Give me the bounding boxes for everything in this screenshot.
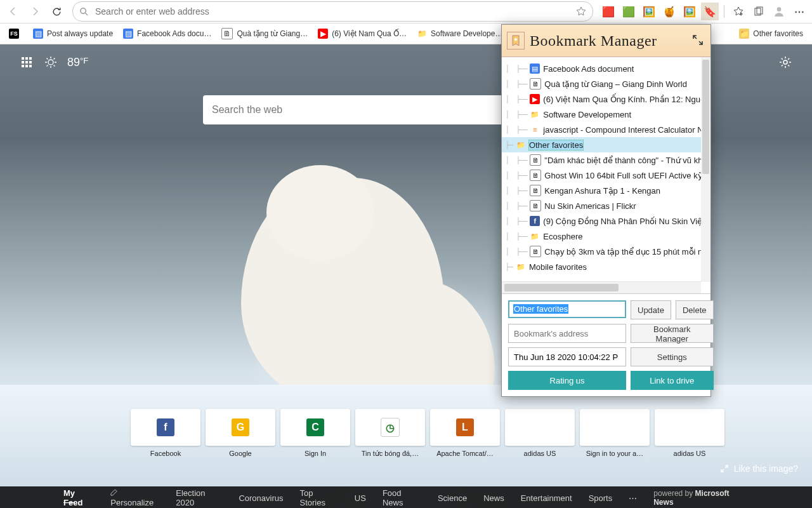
favorite-star-icon[interactable]: [576, 6, 586, 17]
refresh-button[interactable]: [47, 2, 66, 21]
svg-point-13: [48, 60, 53, 65]
extension-icon[interactable]: 🟩: [620, 3, 638, 20]
back-button[interactable]: [4, 2, 23, 21]
scrollbar-vertical[interactable]: [701, 57, 710, 282]
svg-rect-11: [25, 65, 28, 67]
svg-rect-12: [29, 65, 32, 67]
top-site-tile[interactable]: adidas US: [655, 409, 724, 460]
tree-row[interactable]: │ ├──🗎Chạy bộ 3km và tập thể dục 15 phút…: [502, 244, 710, 259]
feed-nav-item[interactable]: My Feed: [63, 488, 94, 507]
top-site-tile[interactable]: LApache Tomcat/…: [430, 409, 500, 460]
bookmark-manager-extension-icon[interactable]: 🔖: [701, 3, 719, 20]
feed-nav-item[interactable]: Sports: [589, 493, 613, 503]
scrollbar-thumb[interactable]: [702, 60, 709, 174]
tree-row[interactable]: │ ├──📁Ecosphere: [502, 229, 710, 244]
tree-row[interactable]: │ ├──f(9) Cộng Đồng Nhà Phân Phối Nu Ski…: [502, 213, 710, 229]
expand-icon[interactable]: [691, 34, 705, 48]
bookmark-manager-popup: Bookmark Manager │ ├──▤Facebook Ads docu…: [501, 24, 711, 397]
tree-label: Other favorites: [529, 140, 583, 150]
tree-row[interactable]: │ ├──▤Facebook Ads document: [502, 61, 710, 76]
bookmark-date-input[interactable]: [508, 347, 626, 366]
update-button[interactable]: Update: [631, 300, 671, 319]
address-bar[interactable]: [72, 1, 593, 22]
bookmark-manager-button[interactable]: Bookmark Manager: [631, 324, 714, 343]
tree-row[interactable]: ├─📁Other favorites: [502, 137, 710, 152]
feed-nav-item[interactable]: Coronavirus: [239, 493, 283, 503]
favorites-icon[interactable]: [730, 3, 747, 20]
page-settings-icon[interactable]: [778, 55, 793, 70]
search-icon: [79, 7, 89, 17]
tree-row[interactable]: │ ├──🗎Kengan Ashura Tập 1 - Kengan: [502, 183, 710, 198]
profile-icon[interactable]: [770, 3, 788, 20]
forward-button[interactable]: [25, 2, 44, 21]
tree-label: Chạy bộ 3km và tập thể dục 15 phút mỗi n…: [544, 247, 710, 257]
top-site-tile[interactable]: ◷Tin tức bóng đá,…: [355, 409, 425, 460]
delete-button[interactable]: Delete: [676, 300, 714, 319]
svg-rect-4: [22, 57, 24, 60]
bm-title: Bookmark Manager: [530, 32, 691, 50]
top-site-tile[interactable]: CSign In: [280, 409, 350, 460]
bookmark-item[interactable]: ▤Facebook Ads docu…: [118, 25, 216, 42]
tree-row[interactable]: │ ├──🗎Ghost Win 10 64bit Full soft UEFI …: [502, 168, 710, 183]
bookmark-label: Other favorites: [753, 29, 803, 38]
feed-nav-item[interactable]: News: [483, 493, 504, 503]
tree-row[interactable]: │ ├──▶(6) Việt Nam Qua Ống Kính. Phần 12…: [502, 91, 710, 107]
top-site-tile[interactable]: fFacebook: [131, 409, 200, 460]
tree-row[interactable]: │ ├──🗎Quà tặng từ Giang – Giang Dinh Wor…: [502, 76, 710, 91]
collections-icon[interactable]: [750, 3, 768, 20]
tree-row[interactable]: │ ├──📁Software Developement: [502, 107, 710, 122]
like-image-link[interactable]: Like this image?: [720, 464, 798, 474]
svg-point-14: [783, 60, 787, 64]
tree-label: javascript - Compound Interest Calculato…: [543, 125, 710, 135]
tree-label: Ecosphere: [543, 232, 582, 241]
feed-nav-item[interactable]: Food News: [383, 488, 421, 507]
bookmark-address-input[interactable]: [508, 324, 626, 343]
tree-row[interactable]: │ ├──≡javascript - Compound Interest Cal…: [502, 122, 710, 137]
extension-icon[interactable]: 🖼️: [681, 3, 698, 20]
scrollbar-horizontal[interactable]: [502, 281, 701, 293]
top-site-tile[interactable]: adidas US: [505, 409, 575, 460]
address-input[interactable]: [94, 6, 576, 17]
menu-button[interactable]: ⋯: [790, 3, 808, 20]
link-drive-button[interactable]: Link to drive: [631, 371, 714, 390]
tile-label: Sign In: [280, 450, 350, 457]
apps-icon[interactable]: [19, 55, 34, 70]
bm-tree[interactable]: │ ├──▤Facebook Ads document │ ├──🗎Quà tặ…: [502, 57, 710, 293]
extension-icon[interactable]: 🟥: [599, 3, 617, 20]
top-site-tile[interactable]: Sign in to your a…: [580, 409, 650, 460]
svg-rect-9: [29, 61, 32, 64]
scrollbar-thumb[interactable]: [504, 284, 619, 291]
temperature: 89°F: [67, 56, 88, 69]
settings-button[interactable]: Settings: [631, 347, 714, 366]
other-favorites[interactable]: 📁 Other favorites: [734, 25, 808, 42]
rating-button[interactable]: Rating us: [508, 371, 626, 390]
weather-icon[interactable]: [43, 55, 58, 70]
tree-row[interactable]: ├─📁Mobile favorites: [502, 259, 710, 274]
bookmark-item[interactable]: 📁Software Develope…: [412, 25, 508, 42]
tree-row[interactable]: │ ├──🗎Nu Skin Americas | Flickr: [502, 198, 710, 213]
feed-nav-item[interactable]: Entertainment: [521, 493, 572, 503]
extension-icon[interactable]: 🖼️: [640, 3, 658, 20]
top-site-tile[interactable]: GGoogle: [206, 409, 275, 460]
feed-nav-item[interactable]: Personalize: [110, 488, 159, 507]
bookmark-label: Software Develope…: [431, 29, 502, 38]
feed-nav-item[interactable]: Election 2020: [176, 488, 222, 507]
feed-nav-item[interactable]: Top Stories: [299, 488, 337, 507]
expand-icon: [720, 464, 729, 473]
tile-label: Sign in to your a…: [580, 450, 650, 457]
feed-nav-item[interactable]: Science: [438, 493, 467, 503]
svg-point-0: [81, 8, 86, 13]
tile-label: Google: [206, 450, 275, 457]
tree-label: (6) Việt Nam Qua Ống Kính. Phần 12: Nguồ…: [543, 95, 710, 104]
bookmark-item[interactable]: 🗎Quà tặng từ Giang…: [216, 25, 313, 42]
feed-more[interactable]: ⋯: [629, 493, 637, 503]
tile-label: adidas US: [505, 450, 575, 457]
bookmark-item[interactable]: ▤Post always update: [28, 25, 118, 42]
extension-icon[interactable]: 🍯: [660, 3, 678, 20]
feed-nav-item[interactable]: US: [355, 493, 366, 503]
bookmark-item[interactable]: FS: [4, 25, 28, 42]
tree-row[interactable]: │ ├──🗎"Dám khác biệt để thành công" - Th…: [502, 152, 710, 168]
bookmark-item[interactable]: ▶(6) Việt Nam Qua Ố…: [313, 25, 412, 42]
tree-label: Facebook Ads document: [543, 64, 634, 74]
svg-point-3: [777, 7, 782, 11]
